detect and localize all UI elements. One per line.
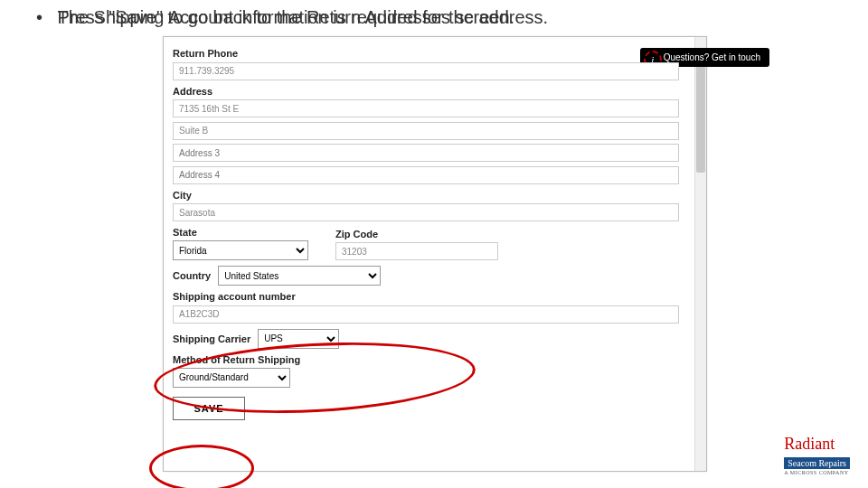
zip-field[interactable] [335,242,498,260]
city-field[interactable] [173,203,679,221]
address-line4-field[interactable] [173,166,679,184]
label-city: City [173,190,697,201]
carrier-select[interactable]: UPS [258,329,339,349]
label-method: Method of Return Shipping [173,354,697,365]
country-select[interactable]: United States [218,266,381,286]
return-address-form: i Questions? Get in touch Return Phone A… [163,36,707,472]
shipping-account-field[interactable] [173,305,679,324]
bullet-text-overlay: The Shipping Account information is requ… [58,7,549,28]
address-line2-field[interactable] [173,122,679,140]
state-select[interactable]: Florida [173,240,308,260]
label-carrier: Shipping Carrier [173,333,250,344]
label-state: State [173,227,308,238]
label-return-phone: Return Phone [173,48,697,59]
address-line1-field[interactable] [173,99,679,117]
label-address: Address [173,86,697,97]
label-country: Country [173,270,211,281]
label-zip: Zip Code [335,229,498,239]
return-phone-field[interactable] [173,62,679,80]
address-line3-field[interactable] [173,144,679,162]
slide-bullet: • Press "Save" to go back to the Return … [36,7,832,28]
company-logo: Radiant Seacom Repairs A MICROSS COMPANY [784,435,850,475]
method-select[interactable]: Ground/Standard [173,368,290,388]
label-ship-acct: Shipping account number [173,291,697,302]
save-button[interactable]: SAVE [173,397,245,420]
